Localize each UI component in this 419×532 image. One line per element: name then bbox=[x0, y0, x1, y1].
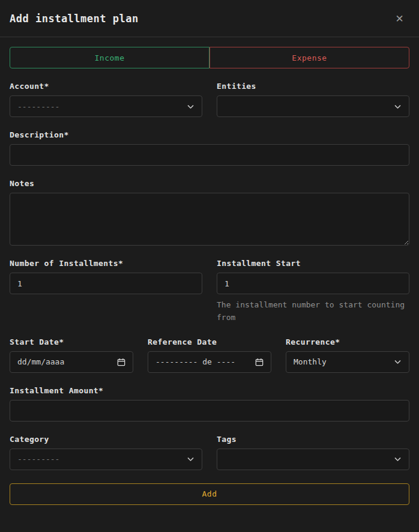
account-label: Account* bbox=[10, 82, 202, 91]
account-select[interactable]: --------- bbox=[10, 95, 202, 117]
reference-date-label: Reference Date bbox=[148, 337, 271, 346]
calendar-icon[interactable] bbox=[117, 358, 125, 366]
category-label: Category bbox=[10, 435, 202, 444]
account-selected-value: --------- bbox=[17, 102, 59, 111]
category-field: Category --------- bbox=[10, 435, 202, 470]
account-field: Account* --------- bbox=[10, 82, 202, 117]
installment-start-input[interactable] bbox=[217, 273, 409, 294]
installment-amount-label: Installment Amount* bbox=[10, 386, 409, 395]
recurrence-field: Recurrence* Monthly bbox=[286, 337, 409, 373]
notes-label: Notes bbox=[10, 179, 409, 188]
expense-tab[interactable]: Expense bbox=[210, 47, 409, 68]
add-installment-plan-modal: Add installment plan ✕ Income Expense Ac… bbox=[0, 0, 419, 532]
recurrence-label: Recurrence* bbox=[286, 337, 409, 346]
entities-field: Entities bbox=[217, 82, 409, 117]
notes-textarea[interactable] bbox=[10, 193, 409, 246]
modal-header: Add installment plan ✕ bbox=[0, 0, 419, 37]
calendar-icon[interactable] bbox=[255, 358, 264, 366]
installment-start-field: Installment Start The installment number… bbox=[217, 259, 409, 324]
chevron-down-icon bbox=[394, 103, 402, 110]
number-of-installments-field: Number of Installments* bbox=[10, 259, 202, 294]
chevron-down-icon bbox=[394, 358, 402, 366]
description-label: Description* bbox=[10, 130, 409, 139]
income-tab[interactable]: Income bbox=[10, 47, 210, 68]
notes-field: Notes bbox=[10, 179, 409, 246]
add-button[interactable]: Add bbox=[10, 483, 409, 505]
reference-date-field: Reference Date --------- de ---- bbox=[148, 337, 271, 373]
category-select[interactable]: --------- bbox=[10, 449, 202, 470]
close-icon[interactable]: ✕ bbox=[393, 11, 406, 26]
start-date-input[interactable]: dd/mm/aaaa bbox=[10, 351, 133, 373]
number-of-installments-input[interactable] bbox=[10, 273, 202, 294]
start-date-placeholder: dd/mm/aaaa bbox=[17, 357, 64, 366]
installment-amount-field: Installment Amount* bbox=[10, 386, 409, 422]
transaction-type-toggle: Income Expense bbox=[10, 47, 409, 68]
recurrence-select[interactable]: Monthly bbox=[286, 351, 409, 373]
reference-date-placeholder: --------- de ---- bbox=[155, 357, 235, 366]
tags-field: Tags bbox=[217, 435, 409, 470]
chevron-down-icon bbox=[187, 455, 194, 463]
entities-label: Entities bbox=[217, 82, 409, 91]
entities-select[interactable] bbox=[217, 95, 409, 117]
description-field: Description* bbox=[10, 130, 409, 166]
installment-start-help-text: The installment number to start counting… bbox=[217, 299, 409, 324]
tags-label: Tags bbox=[217, 435, 409, 444]
installment-amount-input[interactable] bbox=[10, 400, 409, 422]
tags-select[interactable] bbox=[217, 449, 409, 470]
description-input[interactable] bbox=[10, 144, 409, 166]
page-title: Add installment plan bbox=[10, 13, 139, 25]
installment-start-label: Installment Start bbox=[217, 259, 409, 268]
recurrence-selected-value: Monthly bbox=[294, 357, 327, 366]
modal-body: Income Expense Account* --------- Entiti… bbox=[0, 37, 419, 515]
start-date-label: Start Date* bbox=[10, 337, 133, 346]
reference-date-input[interactable]: --------- de ---- bbox=[148, 351, 271, 373]
start-date-field: Start Date* dd/mm/aaaa bbox=[10, 337, 133, 373]
category-selected-value: --------- bbox=[17, 455, 59, 464]
number-of-installments-label: Number of Installments* bbox=[10, 259, 202, 268]
chevron-down-icon bbox=[187, 103, 194, 110]
chevron-down-icon bbox=[394, 455, 402, 463]
